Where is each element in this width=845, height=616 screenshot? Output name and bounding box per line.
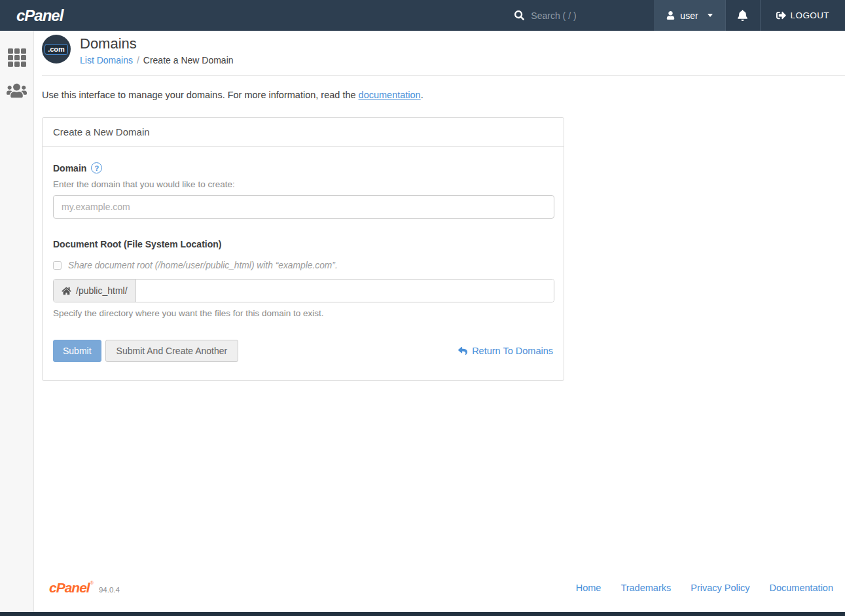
docroot-input[interactable]	[136, 280, 554, 302]
chevron-down-icon	[708, 14, 713, 17]
domain-label: Domain	[53, 163, 86, 173]
card-title: Create a New Domain	[43, 118, 564, 147]
breadcrumb-current: Create a New Domain	[143, 55, 234, 65]
docroot-addon: /public_html/	[54, 280, 136, 302]
footer-links: Home Trademarks Privacy Policy Documenta…	[576, 583, 833, 593]
cpanel-logo: cPanel	[0, 0, 63, 31]
logout-button[interactable]: LOGOUT	[761, 0, 845, 31]
bottom-bar	[0, 612, 845, 616]
registered-mark: ®	[90, 581, 94, 585]
footer-link-privacy-policy[interactable]: Privacy Policy	[691, 583, 749, 593]
return-to-domains-link[interactable]: Return To Domains	[458, 346, 553, 356]
create-domain-card: Create a New Domain Domain ? Enter the d…	[42, 117, 564, 381]
user-manager-icon	[7, 82, 27, 99]
share-docroot-row: Share document root (/home/user/public_h…	[53, 261, 553, 270]
breadcrumb-link-list-domains[interactable]: List Domains	[80, 55, 133, 65]
page-footer: cPanel ® 94.0.4 Home Trademarks Privacy …	[42, 581, 845, 612]
user-menu[interactable]: user	[654, 0, 725, 31]
footer-link-trademarks[interactable]: Trademarks	[620, 583, 671, 593]
user-icon	[666, 11, 675, 20]
docroot-hint: Specify the directory where you want the…	[53, 308, 553, 318]
apps-grid-icon	[8, 48, 26, 67]
intro-text-before: Use this interface to manage your domain…	[42, 90, 359, 100]
page-title: Domains	[80, 36, 234, 52]
reply-arrow-icon	[458, 346, 467, 355]
footer-brand: cPanel ® 94.0.4	[49, 581, 120, 594]
breadcrumb-separator: /	[137, 55, 139, 65]
notifications-button[interactable]	[726, 0, 760, 31]
user-name: user	[680, 10, 698, 21]
domain-input[interactable]	[53, 195, 554, 219]
footer-cpanel-logo: cPanel	[49, 581, 90, 594]
submit-button[interactable]: Submit	[53, 340, 101, 362]
card-body: Domain ? Enter the domain that you would…	[43, 147, 564, 380]
form-actions: Submit Submit And Create Another Return …	[53, 340, 553, 362]
share-docroot-label: Share document root (/home/user/public_h…	[68, 261, 338, 270]
sidebar-item-tools[interactable]	[0, 41, 33, 75]
help-icon[interactable]: ?	[91, 162, 102, 173]
intro-text: Use this interface to manage your domain…	[42, 90, 845, 100]
share-docroot-checkbox[interactable]	[53, 261, 62, 270]
intro-text-after: .	[421, 90, 423, 100]
top-navbar: cPanel user LOGOUT	[0, 0, 845, 31]
dot-com-badge: .com	[45, 44, 68, 55]
home-icon	[62, 287, 71, 295]
sidebar-item-user-manager[interactable]	[0, 75, 33, 107]
footer-link-documentation[interactable]: Documentation	[769, 583, 833, 593]
docroot-label: Document Root (File System Location)	[53, 239, 553, 249]
search-box[interactable]	[514, 0, 636, 31]
main-content: .com Domains List Domains/Create a New D…	[34, 31, 845, 612]
documentation-link[interactable]: documentation	[359, 90, 421, 100]
footer-link-home[interactable]: Home	[576, 583, 602, 593]
docroot-input-group: /public_html/	[53, 279, 554, 302]
header-divider	[42, 75, 845, 76]
return-to-domains-label: Return To Domains	[472, 346, 553, 356]
app-body: .com Domains List Domains/Create a New D…	[0, 31, 845, 612]
navbar-right: user LOGOUT	[514, 0, 845, 31]
search-icon	[514, 10, 524, 20]
docroot-addon-label: /public_html/	[76, 285, 128, 296]
version-number: 94.0.4	[99, 586, 120, 594]
search-input[interactable]	[531, 10, 636, 21]
breadcrumb: List Domains/Create a New Domain	[80, 55, 234, 65]
logout-icon	[776, 10, 786, 20]
submit-and-create-another-button[interactable]: Submit And Create Another	[105, 340, 239, 362]
page-header: .com Domains List Domains/Create a New D…	[42, 35, 845, 65]
logout-label: LOGOUT	[791, 10, 829, 20]
domains-app-icon: .com	[42, 35, 71, 63]
bell-icon	[738, 10, 747, 21]
sidebar	[0, 31, 34, 612]
domain-hint: Enter the domain that you would like to …	[53, 179, 553, 189]
